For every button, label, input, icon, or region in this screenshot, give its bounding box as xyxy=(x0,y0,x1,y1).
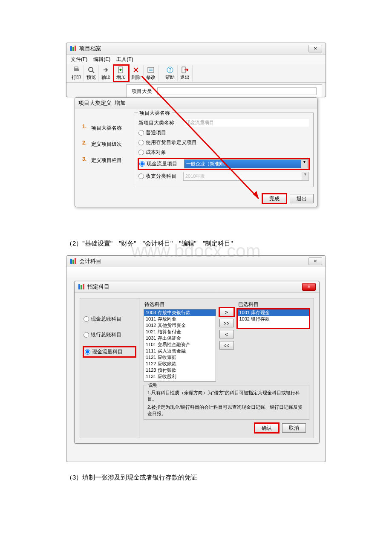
close-button[interactable]: ✕ xyxy=(308,45,322,52)
opt-budget-label: 收支分类科目 xyxy=(146,173,183,180)
list-item[interactable]: 1111 买入返售金融 xyxy=(144,348,216,354)
budget-dropdown[interactable]: 2010年版▼ xyxy=(183,172,309,181)
list-item[interactable]: 1011 存放同业 xyxy=(144,316,216,322)
window-account-subject: 会计科目 ✕ 指定科目 ✕ 现金总账科目 银行总账科目 现金流量科目 待选 xyxy=(66,255,326,462)
step-num-3: 3. xyxy=(80,156,89,165)
inner-titlebar: 指定科目 ✕ xyxy=(75,281,319,293)
inner-title: 指定科目 xyxy=(87,283,302,291)
right-listbox[interactable]: 1001 库存现金1002 银行存款 xyxy=(237,309,310,328)
wizard-steps: 1.项目大类名称 2.定义项目级次 3.定义项目栏目 xyxy=(78,113,134,187)
ok-button[interactable]: 确认 xyxy=(255,423,279,433)
list-item[interactable]: 1131 应收股利 xyxy=(144,373,216,380)
group-category-name: 项目大类名称 新项目大类名称 现金流量项目 普通项目 使用存货目录定义项目 成本… xyxy=(134,113,314,187)
dialog-title: 项目大类定义_增加 xyxy=(78,99,314,107)
newname-field[interactable]: 现金流量项目 xyxy=(184,119,309,127)
move-right-button[interactable]: > xyxy=(219,308,234,316)
radio-cashflow[interactable]: 现金流量科目 xyxy=(84,347,135,357)
explain-line-2: 2.被指定为现金/银行科目的会计科目可以查询现金日记账、银行日记账及资金日报。 xyxy=(147,404,306,417)
list-item[interactable]: 1003 存放中央银行款 xyxy=(144,309,216,316)
tb-export[interactable]: 输出 xyxy=(99,65,114,81)
tb-help[interactable]: ?帮助 xyxy=(163,65,178,81)
tb-add[interactable]: 增加 xyxy=(114,65,129,81)
doc-line-3: （3）填制一张涉及到现金或者银行存款的凭证 xyxy=(66,474,326,482)
cancel-button[interactable]: 取消 xyxy=(282,423,306,433)
tb-exit[interactable]: 退出 xyxy=(178,65,193,81)
subject-type-radios: 现金总账科目 银行总账科目 现金流量科目 xyxy=(80,298,139,438)
svg-rect-0 xyxy=(70,46,72,51)
close-button[interactable]: ✕ xyxy=(302,283,316,291)
exit-button[interactable]: 退出 xyxy=(290,194,314,203)
svg-rect-18 xyxy=(81,285,82,289)
opt-cost[interactable] xyxy=(138,150,144,155)
explain-box: 说明 1.只有科目性质（余额方向）为"借方"的科目可被指定为现金科目或银行科目。… xyxy=(144,385,309,420)
app-icon xyxy=(78,283,85,290)
list-item[interactable]: 1122 应收账款 xyxy=(144,361,216,367)
tb-print[interactable]: 打印 xyxy=(69,65,84,81)
tb-preview[interactable]: 预览 xyxy=(84,65,99,81)
list-item[interactable]: 1001 库存现金 xyxy=(238,309,309,316)
category-field[interactable] xyxy=(157,87,317,95)
list-item[interactable]: 1101 交易性金融资产 xyxy=(144,341,216,348)
screenshot-2: www.bdocx.com 会计科目 ✕ 指定科目 ✕ 现金总账科目 银行总账科… xyxy=(66,255,326,464)
export-icon xyxy=(102,66,110,74)
list-item[interactable]: 1031 存出保证金 xyxy=(144,335,216,341)
opt-normal[interactable] xyxy=(138,130,144,136)
category-label: 项目大类 xyxy=(132,88,157,95)
step-3[interactable]: 3.定义项目栏目 xyxy=(80,156,132,165)
close-button[interactable]: ✕ xyxy=(308,257,322,265)
move-buttons: > >> < << xyxy=(219,300,234,382)
opt-cost-label: 成本对象 xyxy=(146,149,166,156)
svg-rect-8 xyxy=(148,67,154,72)
list-item[interactable]: 1132 应收利息 xyxy=(144,380,216,382)
category-row: 项目大类 xyxy=(126,84,322,98)
app-icon xyxy=(70,258,77,265)
window-title: 项目档案 xyxy=(79,45,308,52)
radio-cash-ledger[interactable]: 现金总账科目 xyxy=(84,315,135,323)
dialog-assign-subject: 指定科目 ✕ 现金总账科目 银行总账科目 现金流量科目 待选科目 1003 存放… xyxy=(74,281,320,444)
add-icon xyxy=(117,66,125,74)
move-all-right-button[interactable]: >> xyxy=(219,319,234,327)
opt-cashflow[interactable] xyxy=(139,161,145,167)
exit-icon xyxy=(181,66,189,74)
delete-icon xyxy=(132,66,140,74)
move-all-left-button[interactable]: << xyxy=(219,341,234,350)
newname-label: 新项目大类名称 xyxy=(138,119,181,127)
list-item[interactable]: 1021 结算备付金 xyxy=(144,329,216,335)
svg-rect-16 xyxy=(75,258,76,264)
opt-budget[interactable] xyxy=(138,173,144,179)
list-item[interactable]: 1121 应收票据 xyxy=(144,354,216,361)
dialog-category-add: 项目大类定义_增加 1.项目大类名称 2.定义项目级次 3.定义项目栏目 项目大… xyxy=(75,97,317,207)
step-1[interactable]: 1.项目大类名称 xyxy=(80,124,132,132)
chevron-down-icon: ▼ xyxy=(301,160,308,168)
radio-bank-ledger[interactable]: 银行总账科目 xyxy=(84,331,135,338)
svg-rect-19 xyxy=(83,284,84,289)
list-item[interactable]: 1123 预付账款 xyxy=(144,367,216,373)
window-project-archive: 项目档案 ✕ 文件(F) 编辑(E) 工具(T) 打印 预览 输出 增加 删除 … xyxy=(66,43,326,97)
list-area: 待选科目 1003 存放中央银行款1011 存放同业1012 其他货币资金102… xyxy=(139,298,314,438)
opt-inventory-label: 使用存货目录定义项目 xyxy=(146,139,197,146)
outer-titlebar: 会计科目 ✕ xyxy=(66,256,326,267)
svg-rect-14 xyxy=(70,259,72,264)
menu-edit[interactable]: 编辑(E) xyxy=(93,56,110,63)
menu-file[interactable]: 文件(F) xyxy=(71,56,87,63)
opt-inventory[interactable] xyxy=(138,140,144,145)
toolbar: 打印 预览 输出 增加 删除 修改 ?帮助 退出 xyxy=(66,64,326,83)
svg-text:?: ? xyxy=(169,67,171,72)
svg-rect-1 xyxy=(72,47,74,51)
doc-line-2: （2）"基础设置"—"财务"—"会计科目"—"编辑"—"制定科目" xyxy=(66,240,326,248)
move-left-button[interactable]: < xyxy=(219,330,234,338)
step-2[interactable]: 2.定义项目级次 xyxy=(80,140,132,148)
left-listbox[interactable]: 1003 存放中央银行款1011 存放同业1012 其他货币资金1021 结算备… xyxy=(144,309,216,382)
cashflow-dropdown[interactable]: 一般企业（新准则）▼ xyxy=(184,159,308,168)
finish-button[interactable]: 完成 xyxy=(262,194,286,203)
list-item[interactable]: 1002 银行存款 xyxy=(238,316,309,322)
tb-delete[interactable]: 删除 xyxy=(129,65,144,81)
dialog-buttons: 完成 退出 xyxy=(75,191,317,207)
menu-tool[interactable]: 工具(T) xyxy=(116,56,133,63)
svg-rect-17 xyxy=(78,284,80,289)
step-num-1: 1. xyxy=(80,124,89,132)
tb-modify[interactable]: 修改 xyxy=(144,65,159,81)
svg-rect-4 xyxy=(75,67,78,69)
preview-icon xyxy=(87,66,95,74)
list-item[interactable]: 1012 其他货币资金 xyxy=(144,322,216,329)
